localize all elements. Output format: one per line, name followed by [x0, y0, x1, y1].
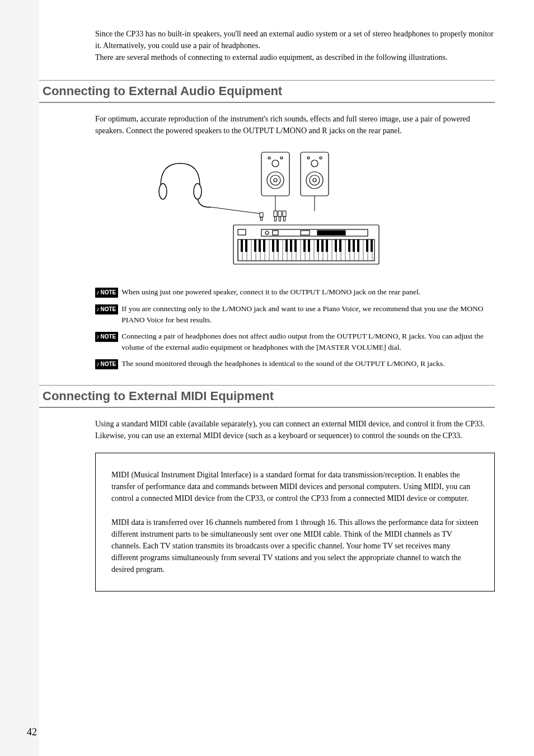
note-icon: ♪NOTE: [95, 332, 118, 342]
svg-rect-80: [348, 240, 350, 252]
midi-box-p1: MIDI (Musical Instrument Digital Interfa…: [111, 469, 479, 504]
intro-block: Since the CP33 has no built-in speakers,…: [95, 28, 495, 63]
svg-rect-84: [371, 240, 373, 252]
svg-rect-74: [308, 240, 310, 252]
intro-p2: There are several methods of connecting …: [95, 53, 447, 62]
svg-rect-29: [301, 231, 310, 235]
svg-rect-83: [366, 240, 368, 252]
midi-info-box: MIDI (Musical Instrument Digital Interfa…: [95, 453, 495, 591]
svg-point-11: [307, 157, 310, 159]
svg-rect-70: [285, 240, 288, 252]
note-3: ♪NOTE Connecting a pair of headphones do…: [95, 331, 495, 353]
connection-diagram: [39, 147, 495, 270]
svg-rect-68: [272, 240, 274, 252]
svg-rect-82: [357, 240, 359, 252]
note-1: ♪NOTE When using just one powered speake…: [95, 287, 495, 298]
svg-rect-73: [303, 240, 306, 252]
svg-point-3: [272, 160, 279, 167]
svg-point-27: [265, 231, 269, 234]
svg-rect-76: [321, 240, 324, 252]
svg-point-12: [320, 157, 322, 159]
note-4: ♪NOTE The sound monitored through the he…: [95, 358, 495, 369]
page-number: 42: [27, 726, 37, 738]
note-3-text: Connecting a pair of headphones does not…: [121, 331, 495, 353]
svg-rect-69: [277, 240, 279, 252]
svg-point-15: [313, 179, 316, 182]
svg-rect-75: [317, 240, 319, 252]
section2-body: Using a standard MIDI cable (available s…: [95, 418, 495, 442]
note-label: NOTE: [101, 333, 116, 341]
svg-rect-79: [339, 240, 341, 252]
svg-rect-71: [290, 240, 292, 252]
svg-rect-63: [241, 240, 243, 252]
note-icon: ♪NOTE: [95, 288, 118, 298]
svg-rect-21: [284, 217, 285, 221]
svg-rect-28: [273, 231, 278, 235]
svg-point-5: [280, 157, 283, 159]
note-icon: ♪NOTE: [95, 304, 118, 314]
svg-rect-78: [335, 240, 337, 252]
note-1-text: When using just one powered speaker, con…: [121, 287, 495, 298]
svg-rect-81: [353, 240, 355, 252]
note-icon: ♪NOTE: [95, 359, 118, 369]
svg-rect-72: [294, 240, 297, 252]
svg-rect-18: [278, 211, 282, 217]
svg-rect-23: [261, 217, 263, 220]
svg-rect-77: [326, 240, 328, 252]
svg-rect-16: [274, 211, 277, 217]
section-heading-audio: Connecting to External Audio Equipment: [39, 80, 495, 103]
page-content: Since the CP33 has no built-in speakers,…: [0, 0, 534, 619]
note-4-text: The sound monitored through the headphon…: [121, 358, 495, 369]
svg-rect-19: [279, 217, 281, 221]
svg-rect-64: [245, 240, 247, 252]
svg-point-0: [159, 184, 167, 199]
svg-rect-22: [260, 213, 263, 217]
svg-point-4: [268, 157, 270, 159]
section-heading-midi: Connecting to External MIDI Equipment: [39, 385, 495, 408]
note-label: NOTE: [101, 306, 116, 314]
note-2: ♪NOTE If you are connecting only to the …: [95, 303, 495, 325]
note-label: NOTE: [101, 289, 116, 297]
note-label: NOTE: [101, 360, 116, 369]
svg-rect-65: [254, 240, 256, 252]
midi-box-p2: MIDI data is transferred over 16 channel…: [111, 516, 479, 575]
svg-point-1: [194, 184, 202, 199]
svg-rect-30: [317, 231, 345, 235]
svg-point-10: [311, 160, 318, 167]
section1-body: For optimum, accurate reproduction of th…: [95, 113, 495, 137]
note-2-text: If you are connecting only to the L/MONO…: [121, 303, 495, 325]
svg-rect-20: [283, 211, 286, 217]
svg-rect-17: [275, 217, 277, 221]
intro-p1: Since the CP33 has no built-in speakers,…: [95, 30, 494, 50]
svg-rect-66: [259, 240, 261, 252]
svg-rect-67: [263, 240, 265, 252]
svg-point-8: [274, 179, 277, 182]
